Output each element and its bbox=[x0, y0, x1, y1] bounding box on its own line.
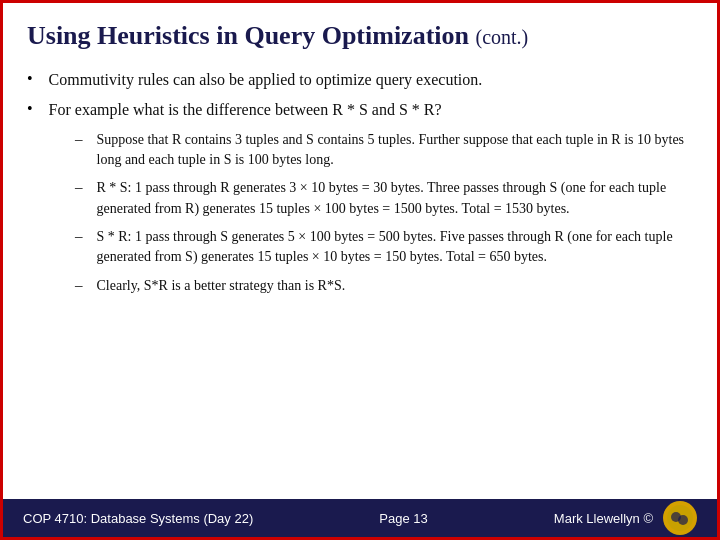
bullet-text-2: For example what is the difference betwe… bbox=[49, 99, 442, 121]
sub-text-3: S * R: 1 pass through S generates 5 × 10… bbox=[97, 227, 694, 268]
bullet-item-2: • For example what is the difference bet… bbox=[27, 99, 693, 121]
footer-right-area: Mark Llewellyn © bbox=[554, 501, 697, 535]
sub-text-2: R * S: 1 pass through R generates 3 × 10… bbox=[97, 178, 694, 219]
sub-text-4: Clearly, S*R is a better strategy than i… bbox=[97, 276, 346, 296]
slide-footer: COP 4710: Database Systems (Day 22) Page… bbox=[3, 499, 717, 537]
sub-dash-1: – bbox=[75, 131, 83, 148]
sub-item-2: – R * S: 1 pass through R generates 3 × … bbox=[75, 178, 693, 219]
footer-right: Mark Llewellyn © bbox=[554, 511, 653, 526]
footer-logo bbox=[663, 501, 697, 535]
logo-icon bbox=[666, 504, 694, 532]
slide-header: Using Heuristics in Query Optimization (… bbox=[3, 3, 717, 61]
bullet-dot-2: • bbox=[27, 100, 33, 118]
bullet-dot-1: • bbox=[27, 70, 33, 88]
footer-left: COP 4710: Database Systems (Day 22) bbox=[23, 511, 253, 526]
title-text: Using Heuristics in Query Optimization bbox=[27, 21, 469, 50]
sub-item-1: – Suppose that R contains 3 tuples and S… bbox=[75, 130, 693, 171]
footer-center: Page 13 bbox=[379, 511, 427, 526]
sub-text-1: Suppose that R contains 3 tuples and S c… bbox=[97, 130, 694, 171]
sub-dash-2: – bbox=[75, 179, 83, 196]
title-cont: (cont.) bbox=[476, 26, 529, 48]
sub-item-4: – Clearly, S*R is a better strategy than… bbox=[75, 276, 693, 296]
sub-dash-4: – bbox=[75, 277, 83, 294]
svg-point-2 bbox=[678, 515, 688, 525]
sub-dash-3: – bbox=[75, 228, 83, 245]
slide-container: Using Heuristics in Query Optimization (… bbox=[0, 0, 720, 540]
slide-title: Using Heuristics in Query Optimization (… bbox=[27, 21, 693, 51]
bullet-item-1: • Commutivity rules can also be applied … bbox=[27, 69, 693, 91]
bullet-text-1: Commutivity rules can also be applied to… bbox=[49, 69, 483, 91]
sub-items: – Suppose that R contains 3 tuples and S… bbox=[75, 130, 693, 296]
slide-body: • Commutivity rules can also be applied … bbox=[3, 61, 717, 499]
sub-item-3: – S * R: 1 pass through S generates 5 × … bbox=[75, 227, 693, 268]
